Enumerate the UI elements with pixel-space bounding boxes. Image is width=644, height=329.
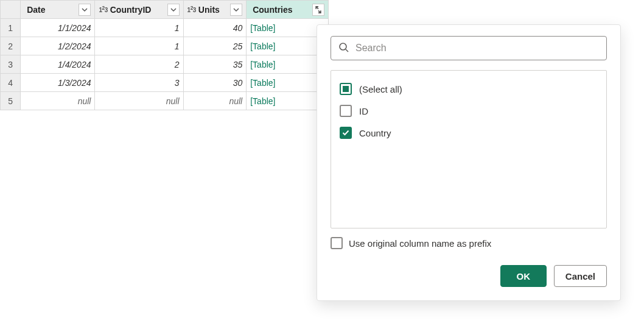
- row-number[interactable]: 2: [1, 37, 21, 55]
- option-label: ID: [359, 106, 368, 116]
- cell-date[interactable]: null: [21, 92, 95, 110]
- table-row: 5 null null null [Table]: [1, 92, 329, 110]
- cancel-button[interactable]: Cancel: [554, 265, 607, 287]
- row-number[interactable]: 4: [1, 74, 21, 92]
- option-label: (Select all): [359, 84, 402, 94]
- search-input[interactable]: [354, 42, 599, 54]
- checkbox-unchecked-icon[interactable]: [331, 237, 343, 249]
- checkbox-checked-icon[interactable]: [340, 127, 352, 139]
- search-field[interactable]: [331, 36, 607, 60]
- header-row: Date 123 CountryID 123 Units: [1, 1, 329, 19]
- column-label: Countries: [253, 5, 310, 15]
- column-header-countryid[interactable]: 123 CountryID: [95, 1, 183, 19]
- svg-line-13: [346, 49, 348, 52]
- option-id[interactable]: ID: [340, 100, 598, 122]
- cell-units[interactable]: 30: [183, 74, 247, 92]
- svg-point-12: [340, 43, 346, 50]
- column-header-units[interactable]: 123 Units: [183, 1, 247, 19]
- cell-units[interactable]: 25: [183, 37, 247, 55]
- cell-date[interactable]: 1/2/2024: [21, 37, 95, 55]
- filter-dropdown-icon[interactable]: [79, 4, 91, 16]
- row-selector-header[interactable]: [1, 1, 21, 19]
- number-type-icon: 123: [187, 5, 196, 13]
- checkbox-unchecked-icon[interactable]: [340, 105, 352, 117]
- dialog-buttons: OK Cancel: [331, 265, 607, 287]
- column-header-date[interactable]: Date: [21, 1, 95, 19]
- cell-countryid[interactable]: 1: [95, 19, 183, 37]
- option-country[interactable]: Country: [340, 122, 598, 144]
- checkbox-indeterminate-icon[interactable]: [340, 83, 352, 95]
- filter-dropdown-icon[interactable]: [230, 4, 242, 16]
- prefix-option[interactable]: Use original column name as prefix: [331, 237, 607, 249]
- cell-date[interactable]: 1/3/2024: [21, 74, 95, 92]
- number-type-icon: 123: [99, 5, 107, 13]
- expand-icon[interactable]: [312, 4, 324, 16]
- expand-column-popup: (Select all) ID Country Use original col…: [317, 24, 621, 301]
- table-row: 3 1/4/2024 2 35 [Table]: [1, 55, 329, 74]
- column-label: CountryID: [110, 5, 165, 15]
- cell-date[interactable]: 1/1/2024: [21, 19, 95, 37]
- table-row: 2 1/2/2024 1 25 [Table]: [1, 37, 329, 55]
- cell-countryid[interactable]: 2: [95, 55, 183, 74]
- cell-countryid[interactable]: null: [95, 92, 183, 110]
- cell-units[interactable]: 40: [183, 19, 247, 37]
- column-options-list: (Select all) ID Country: [331, 70, 607, 228]
- cell-date[interactable]: 1/4/2024: [21, 55, 95, 74]
- ok-button[interactable]: OK: [500, 265, 547, 287]
- column-label: Units: [198, 5, 228, 15]
- column-label: Date: [27, 5, 76, 15]
- data-grid: Date 123 CountryID 123 Units: [0, 0, 329, 110]
- cell-countryid[interactable]: 1: [95, 37, 183, 55]
- row-number[interactable]: 3: [1, 55, 21, 74]
- search-icon: [338, 42, 349, 55]
- filter-dropdown-icon[interactable]: [167, 4, 180, 16]
- prefix-label: Use original column name as prefix: [349, 238, 491, 249]
- column-header-countries[interactable]: Countries: [247, 1, 329, 19]
- option-label: Country: [359, 128, 391, 138]
- table-row: 4 1/3/2024 3 30 [Table]: [1, 74, 329, 92]
- option-select-all[interactable]: (Select all): [340, 78, 598, 100]
- row-number[interactable]: 5: [1, 92, 21, 110]
- row-number[interactable]: 1: [1, 19, 21, 37]
- cell-units[interactable]: null: [183, 92, 247, 110]
- cell-countryid[interactable]: 3: [95, 74, 183, 92]
- table-row: 1 1/1/2024 1 40 [Table]: [1, 19, 329, 37]
- cell-units[interactable]: 35: [183, 55, 247, 74]
